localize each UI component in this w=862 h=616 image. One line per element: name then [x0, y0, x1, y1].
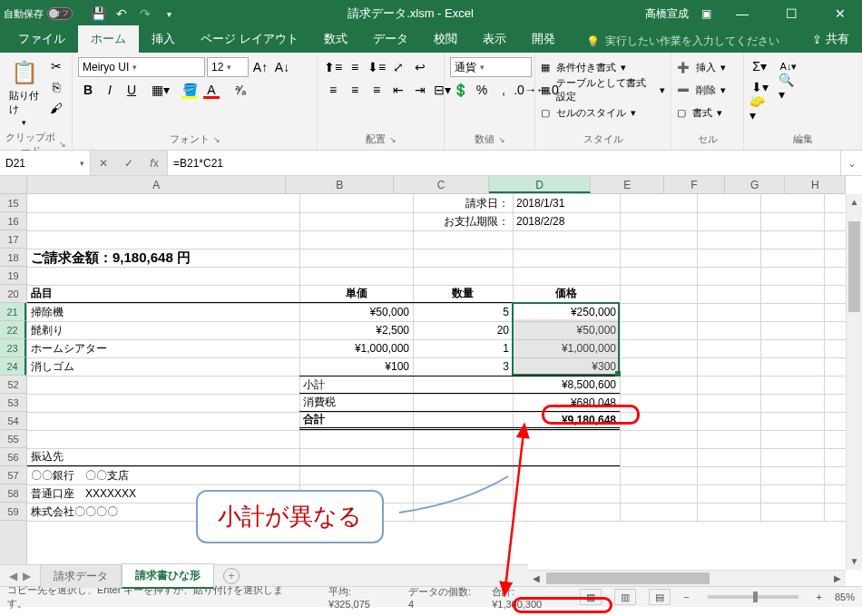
- total-amount-label[interactable]: ご請求金額：9,180,648 円: [27, 249, 620, 267]
- bank-line1[interactable]: 〇〇銀行 〇〇支店: [27, 466, 299, 484]
- number-format-combo[interactable]: 通貨▾: [450, 57, 532, 77]
- scroll-left-icon[interactable]: ◀: [528, 571, 544, 586]
- redo-icon[interactable]: ↷: [138, 6, 152, 21]
- grand-label[interactable]: 合計: [299, 412, 413, 430]
- clipboard-launcher-icon[interactable]: ↘: [59, 140, 66, 149]
- orientation-icon[interactable]: ⤢: [388, 57, 408, 77]
- cut-icon[interactable]: ✂: [46, 56, 66, 76]
- vscroll-thumb[interactable]: [848, 221, 860, 312]
- item-qty-2[interactable]: 1: [413, 339, 513, 357]
- font-name-combo[interactable]: Meiryo UI▾: [78, 57, 205, 77]
- due-date-label[interactable]: お支払期限：: [413, 212, 513, 230]
- scroll-right-icon[interactable]: ▶: [829, 571, 846, 586]
- font-color-button[interactable]: A: [201, 80, 221, 100]
- grand-spacer[interactable]: [413, 412, 513, 430]
- tab-review[interactable]: 校閲: [421, 25, 470, 53]
- due-date[interactable]: 2018/2/28: [513, 212, 620, 230]
- phonetic-button[interactable]: ᵃ⁄ₐ: [230, 80, 250, 100]
- item-unit-2[interactable]: ¥1,000,000: [299, 339, 413, 357]
- row-header-55[interactable]: 55: [0, 430, 26, 448]
- column-header-D[interactable]: D: [489, 176, 591, 193]
- subtotal-spacer[interactable]: [413, 376, 513, 394]
- cell-styles-button[interactable]: ▢ セルのスタイル ▾: [541, 102, 636, 123]
- share-button[interactable]: ⇪ 共有: [799, 25, 862, 53]
- tab-view[interactable]: 表示: [470, 25, 519, 53]
- format-painter-icon[interactable]: 🖌: [46, 98, 66, 118]
- tax-value[interactable]: ¥680,048: [513, 394, 620, 412]
- autosave-toggle[interactable]: 自動保存 オフ: [4, 7, 73, 21]
- row-header-56[interactable]: 56: [0, 448, 26, 466]
- increase-decimal-icon[interactable]: .0→: [515, 80, 535, 100]
- pagelayout-view-icon[interactable]: ▥: [614, 589, 636, 605]
- row-header-57[interactable]: 57: [0, 466, 26, 484]
- item-name-2[interactable]: ホームシアター: [27, 339, 299, 357]
- invoice-date-label[interactable]: 請求日：: [413, 194, 513, 212]
- vertical-scrollbar[interactable]: ▲ ▼: [846, 194, 862, 570]
- font-size-combo[interactable]: 12▾: [207, 57, 249, 77]
- item-unit-3[interactable]: ¥100: [299, 357, 413, 376]
- column-header-C[interactable]: C: [394, 176, 489, 193]
- item-unit-0[interactable]: ¥50,000: [299, 303, 413, 321]
- item-unit-1[interactable]: ¥2,500: [299, 321, 413, 339]
- item-price-2[interactable]: ¥1,000,000: [513, 339, 620, 357]
- align-top-icon[interactable]: ⬆≡: [323, 57, 343, 77]
- row-header-22[interactable]: 22: [0, 321, 26, 339]
- header-h_price[interactable]: 価格: [513, 285, 620, 303]
- item-price-3[interactable]: ¥300: [513, 357, 620, 376]
- column-header-A[interactable]: A: [27, 176, 286, 193]
- autosum-icon[interactable]: Σ▾: [749, 56, 769, 76]
- format-cells-button[interactable]: ▢ 書式 ▾: [677, 102, 722, 123]
- worksheet-grid[interactable]: ABCDEFGH 1516171819202122232452535455565…: [0, 176, 862, 586]
- bank-header[interactable]: 振込先: [27, 448, 620, 466]
- tax-spacer[interactable]: [413, 394, 513, 412]
- decrease-font-icon[interactable]: A↓: [272, 57, 292, 77]
- increase-font-icon[interactable]: A↑: [250, 57, 270, 77]
- format-as-table-button[interactable]: ▦ テーブルとして書式設定 ▾: [541, 79, 665, 101]
- row-header-23[interactable]: 23: [0, 339, 26, 357]
- row-header-58[interactable]: 58: [0, 484, 26, 503]
- row-header-53[interactable]: 53: [0, 394, 26, 412]
- row-header-24[interactable]: 24: [0, 357, 26, 376]
- sheet-tab-1[interactable]: 請求データ: [40, 564, 122, 588]
- subtotal-value[interactable]: ¥8,500,600: [513, 376, 620, 394]
- wrap-text-icon[interactable]: ↩: [410, 57, 430, 77]
- name-box[interactable]: D21▾: [0, 151, 91, 175]
- minimize-button[interactable]: —: [724, 0, 760, 27]
- tab-home[interactable]: ホーム: [78, 25, 139, 53]
- find-select-icon[interactable]: 🔍▾: [779, 77, 798, 97]
- scroll-down-icon[interactable]: ▼: [847, 553, 862, 570]
- tab-file[interactable]: ファイル: [5, 25, 78, 53]
- indent-dec-icon[interactable]: ⇤: [388, 80, 408, 100]
- align-middle-icon[interactable]: ≡: [345, 57, 365, 77]
- tab-formulas[interactable]: 数式: [311, 25, 360, 53]
- tab-data[interactable]: データ: [360, 25, 421, 53]
- clear-icon[interactable]: 🧽▾: [749, 98, 769, 118]
- column-headers[interactable]: ABCDEFGH: [27, 176, 846, 194]
- zoom-in-icon[interactable]: +: [817, 592, 822, 602]
- bold-button[interactable]: B: [78, 80, 98, 100]
- sheet-tab-2[interactable]: 請求書ひな形: [122, 563, 214, 589]
- tab-insert[interactable]: 挿入: [139, 25, 188, 53]
- row-header-19[interactable]: 19: [0, 267, 26, 285]
- underline-button[interactable]: U: [122, 80, 142, 100]
- header-h_qty[interactable]: 数量: [413, 285, 513, 303]
- italic-button[interactable]: I: [100, 80, 120, 100]
- row-headers[interactable]: 151617181920212223245253545556575859: [0, 194, 27, 570]
- item-name-0[interactable]: 掃除機: [27, 303, 299, 321]
- invoice-date[interactable]: 2018/1/31: [513, 194, 620, 212]
- row-header-54[interactable]: 54: [0, 412, 26, 430]
- insert-cells-button[interactable]: ➕ 挿入 ▾: [677, 56, 726, 78]
- item-qty-3[interactable]: 3: [413, 357, 513, 376]
- zoom-out-icon[interactable]: −: [683, 592, 689, 602]
- indent-inc-icon[interactable]: ⇥: [410, 80, 430, 100]
- header-h_unit[interactable]: 単価: [299, 285, 413, 303]
- copy-icon[interactable]: ⎘: [46, 77, 66, 97]
- undo-icon[interactable]: ↶: [114, 6, 129, 21]
- row-header-16[interactable]: 16: [0, 212, 26, 230]
- row-header-20[interactable]: 20: [0, 285, 26, 303]
- tax-label[interactable]: 消費税: [299, 394, 413, 412]
- row-header-18[interactable]: 18: [0, 249, 26, 267]
- enter-formula-icon[interactable]: ✓: [116, 151, 142, 175]
- align-bottom-icon[interactable]: ⬇≡: [367, 57, 387, 77]
- row-header-52[interactable]: 52: [0, 376, 26, 394]
